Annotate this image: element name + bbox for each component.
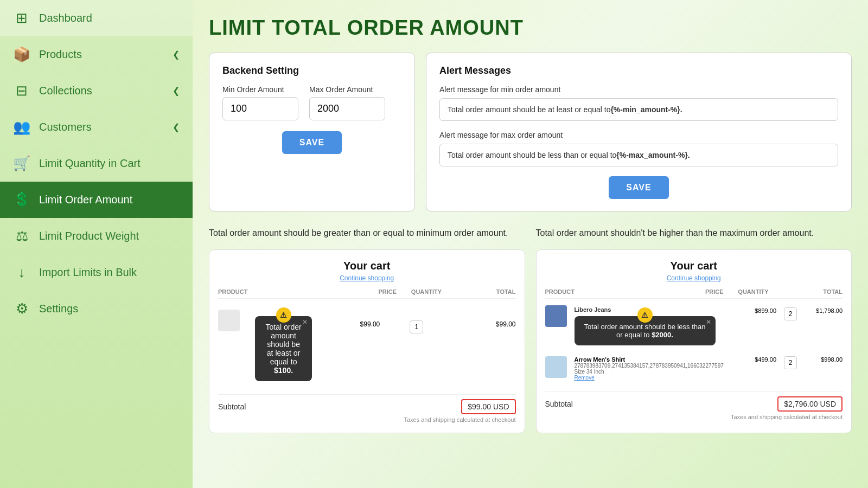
min-alert-label: Alert message for min order amount [439, 85, 838, 94]
chevron-collections-icon: ❮ [173, 86, 180, 96]
right-cart-continue[interactable]: Continue shopping [545, 274, 843, 282]
min-order-label: Min Order Amount [222, 85, 298, 94]
dashboard-icon: ⊞ [13, 10, 30, 27]
left-subtotal-label: Subtotal [218, 402, 246, 411]
sidebar-label-products: Products [39, 48, 82, 61]
description-row: Total order amount should be greater tha… [209, 227, 852, 240]
left-product-qty: 1 [385, 305, 448, 333]
left-cart-total-col: TOTAL [456, 288, 516, 295]
left-cart-product-col: PRODUCT [218, 288, 337, 295]
sidebar-label-limit-quantity: Limit Quantity in Cart [39, 157, 141, 170]
right-product2-name: Arrow Men's Shirt [575, 356, 736, 363]
left-tooltip-close[interactable]: ✕ [302, 318, 308, 326]
sidebar-label-limit-weight: Limit Product Weight [39, 230, 139, 242]
backend-save-button[interactable]: SAVE [282, 131, 342, 154]
order-fields: Min Order Amount Max Order Amount [222, 85, 401, 120]
sidebar-item-customers[interactable]: 👥 Customers ❮ [0, 109, 193, 145]
max-alert-text: Total order amount should be less than o… [448, 151, 616, 159]
right-cart-preview: Your cart Continue shopping PRODUCT PRIC… [536, 249, 852, 433]
right-product1-price: $899.00 [738, 305, 776, 314]
weight-icon: ⚖ [13, 228, 30, 245]
max-order-input[interactable] [309, 97, 385, 120]
max-alert-field[interactable]: Total order amount should be less than o… [439, 144, 838, 166]
max-order-group: Max Order Amount [309, 85, 385, 120]
right-subtotal-value: $2,796.00 USD [777, 396, 843, 412]
sidebar-item-settings[interactable]: ⚙ Settings [0, 291, 193, 327]
right-product2-size: Size 34 Inch [575, 369, 736, 375]
right-subtotal-row: Subtotal $2,796.00 USD [545, 391, 843, 412]
right-product1-total: $1,798.00 [805, 305, 843, 314]
right-tooltip-text: Total order amount should be less than o… [584, 323, 705, 339]
left-cart-qty-col: QUANTITY [397, 288, 456, 295]
alert-messages-card: Alert Messages Alert message for min ord… [426, 53, 852, 211]
left-qty-box[interactable]: 1 [410, 320, 423, 333]
left-tooltip-text: Total order amount should be at least or… [265, 323, 301, 366]
top-panels: Backend Setting Min Order Amount Max Ord… [209, 53, 852, 211]
right-tooltip-close[interactable]: ✕ [706, 318, 711, 326]
collections-icon: ⊟ [13, 82, 30, 99]
cart-panels: Your cart Continue shopping PRODUCT PRIC… [209, 249, 852, 433]
sidebar-label-dashboard: Dashboard [39, 12, 92, 24]
page-title: LIMIT TOTAL ORDER AMOUNT [209, 16, 852, 40]
main-content: LIMIT TOTAL ORDER AMOUNT Backend Setting… [193, 0, 868, 488]
right-qty-box1[interactable]: 2 [784, 307, 797, 320]
left-warn-icon: ⚠ [276, 307, 291, 323]
chevron-products-icon: ❮ [173, 49, 180, 60]
right-cart-price-col: PRICE [664, 288, 724, 295]
min-alert-var: {%-min_amount-%}. [610, 105, 682, 114]
customers-icon: 👥 [13, 119, 30, 136]
chevron-customers-icon: ❮ [173, 122, 180, 132]
right-taxes-note: Taxes and shipping calculated at checkou… [545, 414, 843, 420]
left-description: Total order amount should be greater tha… [209, 227, 525, 240]
left-taxes-note: Taxes and shipping calculated at checkou… [218, 416, 516, 423]
max-order-label: Max Order Amount [309, 85, 385, 94]
right-product2-qty: 2 [780, 356, 801, 369]
sidebar-item-limit-order[interactable]: 💲 Limit Order Amount [0, 182, 193, 218]
left-tooltip-amount: $100. [274, 366, 293, 375]
right-subtotal-label: Subtotal [545, 400, 573, 408]
right-product1-name: Libero Jeans [575, 306, 736, 313]
sidebar-item-limit-quantity[interactable]: 🛒 Limit Quantity in Cart [0, 145, 193, 182]
left-cart-price-col: PRICE [337, 288, 397, 295]
products-icon: 📦 [13, 46, 30, 63]
right-warn-icon: ⚠ [637, 307, 653, 323]
min-order-input[interactable] [222, 97, 298, 120]
right-tooltip-amount: $2000. [652, 331, 673, 339]
sidebar-item-products[interactable]: 📦 Products ❮ [0, 36, 193, 73]
alert-card-title: Alert Messages [439, 65, 838, 76]
sidebar-item-dashboard[interactable]: ⊞ Dashboard [0, 0, 193, 36]
left-cart-preview: Your cart Continue shopping PRODUCT PRIC… [209, 249, 525, 433]
right-tooltip-popup: ⚠ ✕ Total order amount should be less th… [575, 316, 716, 345]
left-cart-header: PRODUCT PRICE QUANTITY TOTAL [218, 288, 516, 299]
sidebar-label-limit-order: Limit Order Amount [39, 194, 132, 206]
right-product2-remove[interactable]: Remove [575, 375, 736, 381]
right-qty-box2[interactable]: 2 [784, 356, 797, 369]
left-product-price: $99.00 [317, 305, 380, 328]
max-alert-label: Alert message for max order amount [439, 131, 838, 139]
right-cart-product2-img [545, 356, 567, 378]
min-alert-text: Total order amount should be at least or… [448, 105, 610, 114]
sidebar-label-import-limits: Import Limits in Bulk [39, 266, 137, 279]
left-product-total: $99.00 [453, 305, 515, 328]
order-icon: 💲 [13, 191, 30, 208]
right-product2-price: $499.00 [738, 356, 776, 363]
right-product2-variant: 278783983709,274135384157,278783950941,1… [575, 363, 736, 369]
left-subtotal-row: Subtotal $99.00 USD [218, 394, 516, 414]
alert-save-button[interactable]: SAVE [609, 176, 668, 199]
cart-icon: 🛒 [13, 155, 30, 172]
sidebar-label-settings: Settings [39, 303, 78, 315]
min-alert-field[interactable]: Total order amount should be at least or… [439, 98, 838, 121]
left-cart-title: Your cart [218, 260, 516, 272]
backend-setting-card: Backend Setting Min Order Amount Max Ord… [209, 53, 415, 211]
right-cart-product-col: PRODUCT [545, 288, 664, 295]
max-alert-var: {%-max_amount-%}. [616, 151, 690, 159]
left-subtotal-value: $99.00 USD [461, 399, 515, 414]
sidebar-item-limit-weight[interactable]: ⚖ Limit Product Weight [0, 218, 193, 254]
left-cart-continue[interactable]: Continue shopping [218, 274, 516, 282]
sidebar-label-collections: Collections [39, 85, 92, 97]
left-cart-product-img [218, 310, 240, 331]
right-description: Total order amount shouldn't be higher t… [536, 227, 852, 240]
right-product2-total: $998.00 [805, 356, 843, 363]
sidebar-item-import-limits[interactable]: ↓ Import Limits in Bulk [0, 254, 193, 291]
sidebar-item-collections[interactable]: ⊟ Collections ❮ [0, 73, 193, 109]
